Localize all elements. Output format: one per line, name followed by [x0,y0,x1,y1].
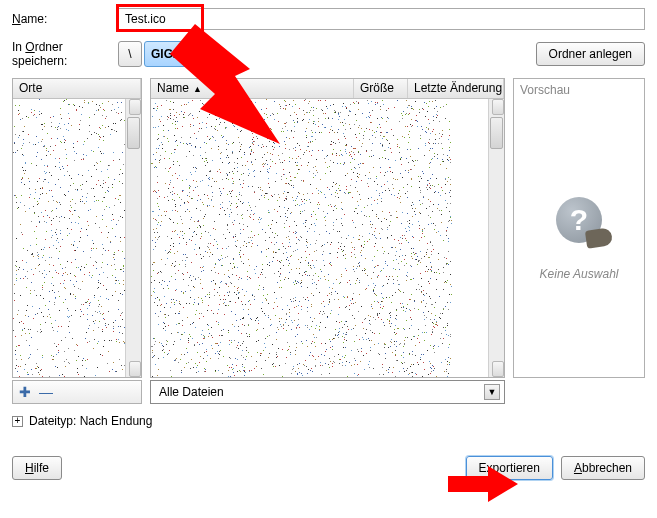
sort-asc-icon: ▲ [193,84,202,94]
create-folder-button[interactable]: Ordner anlegen [536,42,645,66]
chevron-down-icon: ▼ [484,384,500,400]
places-header[interactable]: Orte [13,79,141,98]
preview-panel: Vorschau ? Keine Auswahl [513,78,645,378]
name-label: NName:ame: [12,12,118,26]
places-add-remove[interactable]: ✚ — [12,380,142,404]
plus-icon: ✚ [19,384,31,400]
places-scrollbar[interactable] [125,99,141,377]
cancel-button[interactable]: AbbrechenAbbrechen [561,456,645,480]
file-filter-value: Alle Dateien [159,385,224,399]
export-button[interactable]: Exportieren [466,456,553,480]
filename-input[interactable] [118,8,645,30]
filetype-expander[interactable]: + [12,416,23,427]
path-segment-current[interactable]: GIGA [144,41,189,67]
column-size[interactable]: Größe [354,79,408,98]
places-panel: Orte [12,78,142,378]
help-button[interactable]: HilfeHilfe [12,456,62,480]
path-separator-button[interactable]: \ [118,41,142,67]
file-list-panel: Name▲ Größe Letzte Änderung [150,78,505,378]
places-list[interactable] [13,99,125,377]
minus-icon: — [39,384,53,400]
save-in-label: In Ordner speichern: In Ordner speichern… [12,40,118,68]
column-name[interactable]: Name▲ [151,79,354,98]
column-mtime[interactable]: Letzte Änderung [408,79,504,98]
file-filter-select[interactable]: Alle Dateien ▼ [150,380,505,404]
preview-empty-text: Keine Auswahl [540,267,619,281]
question-icon: ? [556,197,602,243]
preview-title: Vorschau [514,79,644,101]
file-list-scrollbar[interactable] [488,99,504,377]
file-list[interactable] [151,99,488,377]
filetype-label: Dateityp: Nach Endung [29,414,152,428]
